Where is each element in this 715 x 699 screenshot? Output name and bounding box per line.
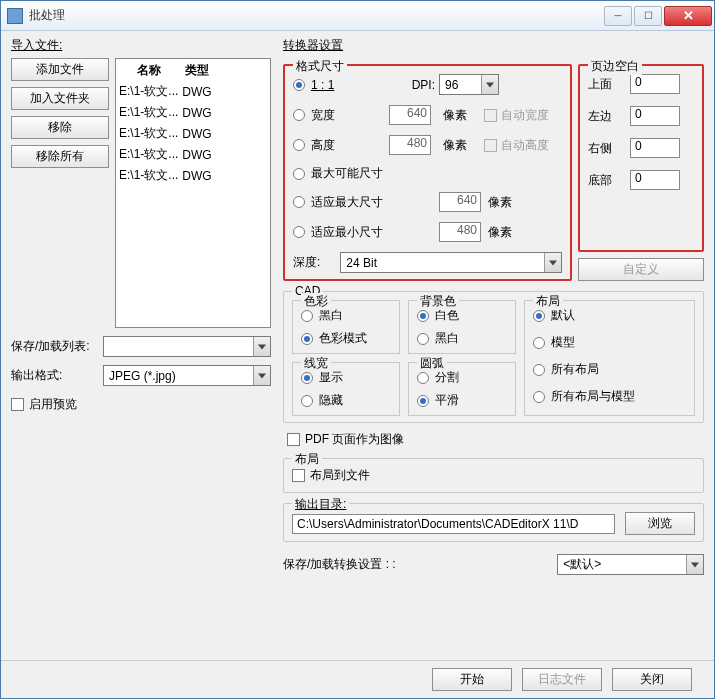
fit-max-input[interactable]: 640 (439, 192, 481, 212)
output-format-label: 输出格式: (11, 367, 97, 384)
ratio-label: 1 : 1 (311, 78, 389, 92)
save-load-list-label: 保存/加载列表: (11, 338, 97, 355)
margin-bottom-input[interactable]: 0 (630, 170, 680, 190)
height-radio[interactable] (293, 139, 305, 151)
remove-all-button[interactable]: 移除所有 (11, 145, 109, 168)
minimize-button[interactable]: ─ (604, 6, 632, 26)
chevron-down-icon[interactable] (253, 337, 270, 356)
cad-group: CAD 色彩 黑白 色彩模式 背景色 白色 黑白 布局 默认 (283, 291, 704, 423)
add-file-button[interactable]: 添加文件 (11, 58, 109, 81)
margins-group: 页边空白 上面0 左边0 右侧0 底部0 (578, 64, 704, 252)
color-mode-radio[interactable]: 色彩模式 (301, 330, 391, 347)
layout-model-radio[interactable]: 模型 (533, 334, 686, 351)
titlebar: 批处理 ─ ☐ ✕ (1, 1, 714, 31)
fit-min-radio[interactable] (293, 226, 305, 238)
checkbox-icon (11, 398, 24, 411)
height-label: 高度 (311, 137, 389, 154)
custom-margins-button: 自定义 (578, 258, 704, 281)
chevron-down-icon[interactable] (686, 555, 703, 574)
log-button: 日志文件 (522, 668, 602, 691)
bg-black-radio[interactable]: 黑白 (417, 330, 507, 347)
layout-group: 布局 默认 模型 所有布局 所有布局与模型 (524, 300, 695, 416)
table-row: E:\1-软文...DWG (118, 145, 213, 164)
dpi-combo[interactable]: 96 (439, 74, 499, 95)
bg-group: 背景色 白色 黑白 (408, 300, 516, 354)
width-label: 宽度 (311, 107, 389, 124)
maximize-button[interactable]: ☐ (634, 6, 662, 26)
output-dir-input[interactable]: C:\Users\Administrator\Documents\CADEdit… (292, 514, 615, 534)
output-dir-group: 输出目录: C:\Users\Administrator\Documents\C… (283, 503, 704, 542)
margins-title: 页边空白 (588, 58, 642, 75)
pdf-as-image-checkbox[interactable]: PDF 页面作为图像 (287, 431, 704, 448)
output-format-combo[interactable]: JPEG (*.jpg) (103, 365, 271, 386)
remove-button[interactable]: 移除 (11, 116, 109, 139)
format-size-group: 格式尺寸 1 : 1 DPI: 96 宽度 640 (283, 64, 572, 281)
color-group: 色彩 黑白 色彩模式 (292, 300, 400, 354)
depth-label: 深度: (293, 254, 320, 271)
import-files-label: 导入文件: (11, 37, 271, 54)
col-name-header[interactable]: 名称 (118, 61, 179, 80)
col-type-header[interactable]: 类型 (181, 61, 212, 80)
converter-settings-label: 转换器设置 (283, 37, 704, 54)
ratio-1-1-radio[interactable] (293, 79, 305, 91)
save-load-conv-label: 保存/加载转换设置 : : (283, 556, 396, 573)
width-input[interactable]: 640 (389, 105, 431, 125)
fit-min-input[interactable]: 480 (439, 222, 481, 242)
browse-button[interactable]: 浏览 (625, 512, 695, 535)
chevron-down-icon[interactable] (253, 366, 270, 385)
fit-max-radio[interactable] (293, 196, 305, 208)
table-row: E:\1-软文...DWG (118, 82, 213, 101)
format-size-title: 格式尺寸 (293, 58, 347, 75)
arc-smooth-radio[interactable]: 平滑 (417, 392, 507, 409)
start-button[interactable]: 开始 (432, 668, 512, 691)
add-folder-button[interactable]: 加入文件夹 (11, 87, 109, 110)
checkbox-icon (292, 469, 305, 482)
output-dir-label: 输出目录: (292, 496, 349, 513)
save-load-list-combo[interactable] (103, 336, 271, 357)
layout-all-radio[interactable]: 所有布局 (533, 361, 686, 378)
depth-combo[interactable]: 24 Bit (340, 252, 562, 273)
height-input[interactable]: 480 (389, 135, 431, 155)
output-format-value: JPEG (*.jpg) (109, 369, 176, 383)
checkbox-icon (287, 433, 300, 446)
window-title: 批处理 (29, 7, 602, 24)
layout-to-file-checkbox[interactable]: 布局到文件 (292, 467, 695, 484)
margin-top-input[interactable]: 0 (630, 74, 680, 94)
layout-to-file-group: 布局 布局到文件 (283, 458, 704, 493)
close-dialog-button[interactable]: 关闭 (612, 668, 692, 691)
file-list[interactable]: 名称 类型 E:\1-软文...DWG E:\1-软文...DWG E:\1-软… (115, 58, 271, 328)
app-icon (7, 8, 23, 24)
table-row: E:\1-软文...DWG (118, 103, 213, 122)
close-button[interactable]: ✕ (664, 6, 712, 26)
chevron-down-icon[interactable] (481, 75, 498, 94)
lw-hide-radio[interactable]: 隐藏 (301, 392, 391, 409)
margin-left-input[interactable]: 0 (630, 106, 680, 126)
enable-preview-checkbox[interactable]: 启用预览 (11, 396, 271, 413)
lineweight-group: 线宽 显示 隐藏 (292, 362, 400, 416)
auto-height-checkbox (484, 139, 497, 152)
layout-all-model-radio[interactable]: 所有布局与模型 (533, 388, 686, 405)
chevron-down-icon[interactable] (544, 253, 561, 272)
arc-group: 圆弧 分割 平滑 (408, 362, 516, 416)
table-row: E:\1-软文...DWG (118, 124, 213, 143)
width-radio[interactable] (293, 109, 305, 121)
auto-width-checkbox (484, 109, 497, 122)
max-possible-radio[interactable] (293, 168, 305, 180)
margin-right-input[interactable]: 0 (630, 138, 680, 158)
dpi-label: DPI: (389, 78, 439, 92)
save-load-conv-combo[interactable]: <默认> (557, 554, 704, 575)
table-row: E:\1-软文...DWG (118, 166, 213, 185)
